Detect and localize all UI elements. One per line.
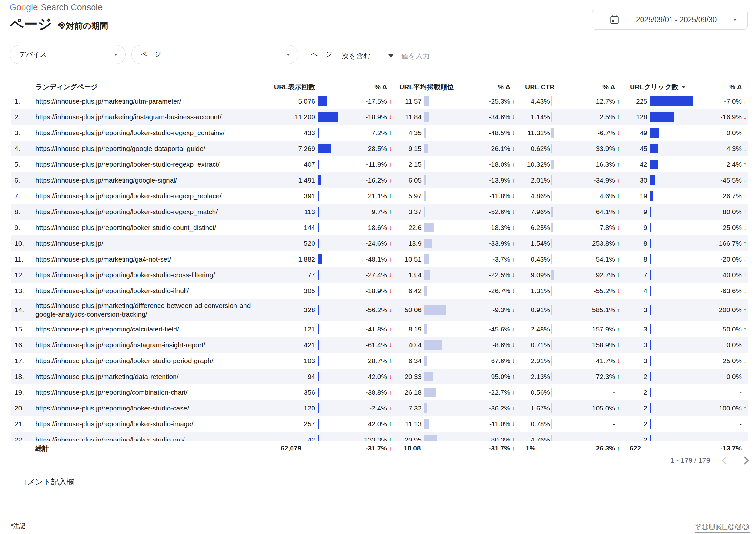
position-bar-fill — [424, 372, 433, 382]
date-range-picker[interactable]: 2025/09/01 - 2025/09/30 — [592, 10, 748, 30]
filter-value-input[interactable] — [401, 48, 527, 64]
previous-page-icon[interactable] — [722, 456, 730, 464]
position-delta: -36.2%↓ — [447, 404, 517, 412]
delta-up-arrow-icon: ↑ — [615, 325, 622, 333]
impressions-delta: -42.0%↓ — [354, 373, 393, 381]
ctr-bar-fill — [551, 112, 552, 122]
col-url-clicks[interactable]: URLクリック数 — [622, 83, 693, 92]
col-ctr-delta[interactable]: % Δ — [556, 83, 622, 91]
delta-down-arrow-icon: ↓ — [387, 97, 393, 105]
clicks-bar-fill — [650, 270, 651, 280]
position-bar — [421, 144, 447, 153]
next-page-icon[interactable] — [741, 456, 748, 464]
ctr-bar — [550, 324, 556, 334]
position-delta: -11.0%↓ — [447, 420, 517, 428]
ctr-value: 9.09% — [517, 271, 550, 279]
delta-down-arrow-icon: ↓ — [742, 145, 748, 152]
filter-operator-select[interactable]: 次を含む — [340, 48, 396, 64]
position-delta: -22.5%↓ — [447, 271, 517, 279]
col-url-impressions[interactable]: URL表示回数 — [265, 83, 354, 92]
table-row: 9.https://inhouse-plus.jp/reporting/look… — [11, 220, 748, 235]
col-clicks-delta[interactable]: % Δ — [693, 83, 748, 91]
ctr-bar — [550, 175, 556, 185]
col-landing-page[interactable]: ランディングページ — [24, 83, 265, 92]
position-bar — [421, 270, 447, 280]
position-delta: -25.3%↓ — [447, 97, 517, 105]
position-bar-fill — [424, 254, 429, 264]
delta-down-arrow-icon: ↓ — [510, 192, 517, 200]
clicks-bar — [647, 207, 693, 217]
delta-down-arrow-icon: ↓ — [510, 208, 517, 215]
impressions-delta: -38.8%↓ — [354, 388, 393, 396]
position-value: 6.05 — [393, 176, 421, 184]
col-impressions-delta[interactable]: % Δ — [354, 83, 393, 91]
clicks-bar — [647, 96, 693, 106]
google-logo-letter: e — [33, 3, 38, 12]
delta-down-arrow-icon: ↓ — [387, 388, 393, 396]
ctr-delta: 16.3%↑ — [556, 161, 622, 168]
ctr-bar-fill — [551, 128, 554, 138]
position-bar — [421, 175, 447, 185]
delta-down-arrow-icon: ↓ — [510, 341, 517, 349]
clicks-bar — [647, 128, 693, 138]
table-row: 12.https://inhouse-plus.jp/reporting/loo… — [11, 267, 748, 283]
delta-down-arrow-icon: ↓ — [742, 97, 748, 105]
position-bar — [421, 254, 447, 264]
col-position-delta[interactable]: % Δ — [447, 83, 517, 91]
table-body: 1.https://inhouse-plus.jp/marketing/utm-… — [11, 93, 748, 441]
clicks-delta: -45.5%↓ — [693, 176, 748, 184]
impressions-bar-fill — [318, 305, 319, 315]
position-bar-fill — [424, 419, 429, 429]
comment-box[interactable]: コメント記入欄 — [11, 468, 748, 513]
ctr-bar — [550, 435, 556, 441]
page-filter-chip[interactable]: ページ — [131, 45, 298, 64]
ctr-bar — [550, 387, 556, 397]
clicks-delta: 40.0%↑ — [693, 271, 748, 279]
impressions-bar-fill — [318, 207, 319, 217]
impressions-bar — [315, 419, 354, 429]
landing-pages-table: ランディングページ URL表示回数 % Δ URL平均掲載順位 % Δ URL … — [11, 81, 748, 455]
impressions-bar-fill — [318, 324, 319, 334]
impressions-delta: 7.2%↑ — [354, 129, 393, 137]
table-header: ランディングページ URL表示回数 % Δ URL平均掲載順位 % Δ URL … — [11, 81, 748, 93]
impressions-delta: -28.5%↓ — [354, 145, 393, 152]
clicks-value: 45 — [622, 145, 647, 152]
delta-up-arrow-icon: ↑ — [742, 161, 748, 168]
col-url-avg-position[interactable]: URL平均掲載順位 — [393, 83, 447, 92]
impressions-bar-fill — [318, 128, 319, 138]
position-value: 8.19 — [393, 325, 421, 333]
ctr-bar — [550, 112, 556, 122]
ctr-value: 2.01% — [517, 176, 550, 184]
position-bar — [421, 387, 447, 397]
ctr-bar-fill — [551, 96, 552, 106]
position-value: 9.15 — [393, 145, 421, 152]
row-index: 12. — [11, 271, 24, 279]
ctr-value: 2.48% — [517, 325, 550, 333]
delta-up-arrow-icon: ↑ — [615, 404, 622, 412]
row-index: 20. — [11, 404, 24, 412]
impressions-bar — [315, 270, 354, 280]
delta-down-arrow-icon: ↓ — [387, 445, 393, 452]
clicks-delta: -4.3%↓ — [693, 145, 748, 152]
ctr-bar — [550, 239, 556, 248]
position-bar-fill — [424, 340, 442, 350]
clicks-bar-fill — [650, 207, 651, 217]
ctr-delta: -7.8%↓ — [556, 224, 622, 231]
device-filter-chip[interactable]: デバイス — [10, 45, 126, 64]
ctr-value: 0.91% — [517, 306, 550, 314]
position-bar-fill — [424, 144, 428, 153]
col-url-ctr[interactable]: URL CTR — [517, 83, 556, 91]
row-index: 14. — [11, 306, 24, 314]
impressions-delta: -16.2%↓ — [354, 176, 393, 184]
position-value: 40.4 — [393, 341, 421, 349]
product-name: Search Console — [40, 3, 102, 13]
delta-up-arrow-icon: ↑ — [742, 208, 748, 215]
position-delta: -26.1%↓ — [447, 145, 517, 152]
position-bar-fill — [424, 128, 426, 138]
position-value: 4.35 — [393, 129, 421, 137]
position-bar — [421, 96, 447, 106]
ctr-bar — [550, 160, 556, 169]
delta-down-arrow-icon: ↓ — [510, 145, 517, 152]
position-bar — [421, 223, 447, 232]
ctr-delta: 12.7%↑ — [556, 97, 622, 105]
